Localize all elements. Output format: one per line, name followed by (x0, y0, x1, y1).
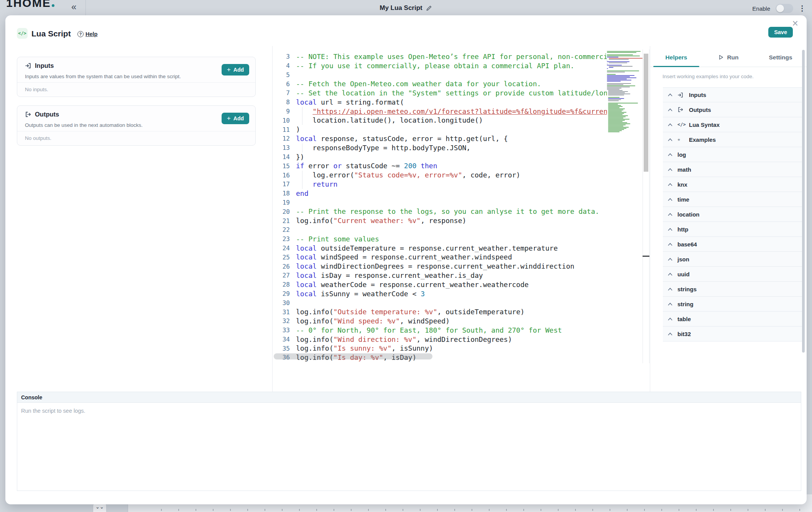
helper-item-label: bit32 (677, 331, 691, 337)
helper-item-bit32[interactable]: bit32 (663, 327, 804, 341)
script-title: My Lua Script (380, 4, 422, 12)
minimap[interactable] (607, 50, 643, 133)
help-link[interactable]: ? Help (77, 31, 97, 37)
helper-item-json[interactable]: json (663, 252, 804, 267)
enable-toggle[interactable] (776, 4, 793, 13)
tab-settings[interactable]: Settings (754, 48, 807, 67)
code-line: 21log.info("Current weather: %v", respon… (273, 216, 607, 225)
helper-list: InputsOutputs</>Lua Syntax✳Exampleslogma… (663, 87, 804, 341)
outputs-description: Outputs can be used in the next automati… (25, 122, 143, 128)
save-button[interactable]: Save (768, 27, 793, 38)
code-line: 11) (273, 125, 607, 134)
chevron-up-icon (668, 228, 672, 231)
add-output-button[interactable]: +Add (222, 113, 249, 124)
line-number: 4 (273, 62, 296, 69)
chevron-up-icon (668, 302, 672, 306)
editor-scrollbar-thumb[interactable] (644, 54, 648, 172)
play-icon (718, 54, 724, 60)
logo-dot (52, 4, 54, 7)
chevron-up-icon (668, 213, 672, 216)
helper-item-examples[interactable]: ✳Examples (663, 132, 804, 147)
code-line: 22 (273, 225, 607, 235)
app-logo[interactable]: 1HOME (6, 0, 54, 10)
edit-pencil-icon[interactable] (426, 5, 432, 11)
code-line: 26local windDirectionDegrees = response.… (273, 262, 607, 271)
helper-item-label: Examples (689, 136, 716, 143)
helper-item-lua-syntax[interactable]: </>Lua Syntax (663, 117, 804, 132)
code-line: 2 (273, 49, 607, 52)
code-line: 3-- NOTE: This example uses Open-Meteo’s… (273, 52, 607, 61)
code-line: 23-- Print some values (273, 235, 607, 244)
console-title: Console (21, 394, 42, 400)
horizontal-scrollbar[interactable] (274, 353, 432, 359)
helper-item-string[interactable]: string (663, 297, 804, 312)
lua-script-dialog: </> Lua Script ? Help × Save Inputs Inpu… (5, 15, 807, 504)
tab-helpers[interactable]: Helpers (650, 48, 702, 67)
line-number: 21 (273, 217, 296, 225)
line-number: 12 (273, 135, 296, 142)
helper-item-base64[interactable]: base64 (663, 237, 804, 252)
tab-run[interactable]: Run (702, 48, 754, 67)
console-header: Console (17, 392, 801, 403)
chevron-up-icon (668, 108, 672, 112)
helpers-panel: Helpers Run Settings Insert working exam… (650, 46, 807, 392)
code-line: 30 (273, 298, 607, 307)
code-line: 18end (273, 189, 607, 198)
chevron-up-icon (668, 198, 672, 201)
code-editor[interactable]: 23-- NOTE: This example uses Open-Meteo’… (273, 49, 650, 363)
chevron-up-icon (668, 317, 672, 321)
helper-item-outputs[interactable]: Outputs (663, 102, 804, 117)
line-number: 32 (273, 317, 296, 325)
console-placeholder: Run the script to see logs. (17, 403, 801, 419)
line-number: 2 (273, 49, 296, 51)
line-number: 25 (273, 254, 296, 261)
helper-item-strings[interactable]: strings (663, 282, 804, 297)
chevron-up-icon (668, 243, 672, 246)
question-circle-icon: ? (77, 31, 84, 37)
line-number: 15 (273, 162, 296, 170)
left-panel-divider (272, 46, 273, 392)
add-input-button[interactable]: +Add (222, 64, 249, 75)
line-number: 28 (273, 281, 296, 288)
sidebar-collapse-icon[interactable]: « (71, 2, 76, 12)
line-number: 34 (273, 336, 296, 343)
code-line: 12local response, statusCode, error = ht… (273, 134, 607, 143)
helper-item-location[interactable]: location (663, 207, 804, 222)
line-number: 35 (273, 345, 296, 352)
code-brackets-icon: </> (677, 122, 684, 127)
helper-item-time[interactable]: time (663, 192, 804, 207)
kebab-menu-icon[interactable]: ⋮ (799, 4, 806, 13)
line-number: 24 (273, 245, 296, 252)
code-line: 9 "https://api.open-meteo.com/v1/forecas… (273, 107, 607, 116)
chevron-up-icon (668, 183, 672, 186)
helper-item-inputs[interactable]: Inputs (663, 87, 804, 102)
helper-item-log[interactable]: log (663, 147, 804, 162)
code-line: 31log.info("Outside temperature: %v", ou… (273, 307, 607, 317)
close-icon[interactable]: × (792, 18, 798, 29)
line-number: 13 (273, 144, 296, 151)
helper-item-table[interactable]: table (663, 312, 804, 327)
helper-item-label: strings (677, 286, 697, 292)
line-number: 6 (273, 80, 296, 88)
line-number: 7 (273, 89, 296, 97)
helper-item-label: Lua Syntax (689, 121, 720, 128)
chevron-up-icon (668, 258, 672, 261)
no-inputs-text: No inputs. (25, 87, 48, 92)
chevron-up-icon (668, 93, 672, 97)
helper-item-uuid[interactable]: uuid (663, 267, 804, 282)
helper-item-math[interactable]: math (663, 162, 804, 177)
panel-scrollbar[interactable] (802, 50, 805, 353)
dialog-title: Lua Script (31, 29, 71, 38)
line-number: 22 (273, 226, 296, 233)
chevron-up-icon (668, 138, 672, 141)
code-line: 29local isSunny = weatherCode < 3 (273, 289, 607, 299)
inputs-card: Inputs Inputs are values from the system… (17, 57, 256, 97)
toggle-knob (776, 5, 784, 12)
import-icon (677, 92, 684, 98)
helper-item-label: base64 (677, 241, 697, 248)
indent-guide (302, 171, 302, 180)
helper-item-knx[interactable]: knx (663, 177, 804, 192)
outputs-title: Outputs (35, 111, 59, 118)
inputs-title: Inputs (35, 62, 54, 69)
helper-item-http[interactable]: http (663, 222, 804, 237)
